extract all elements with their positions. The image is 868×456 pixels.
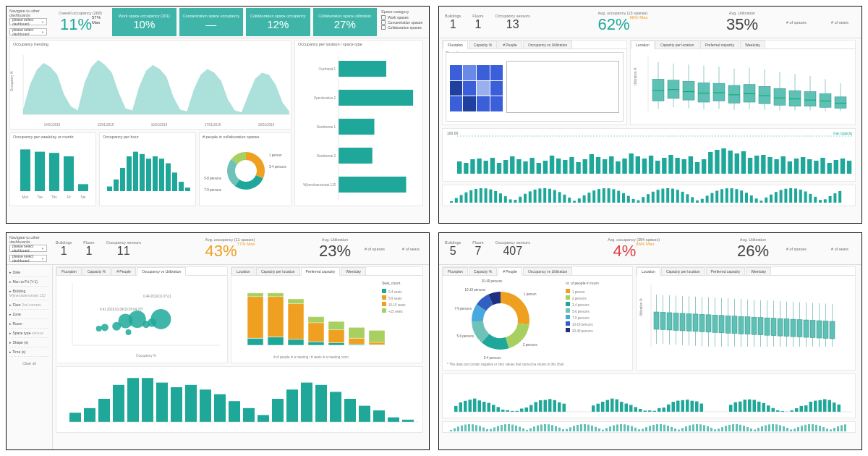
tab-occ-vs-util[interactable]: Occupancy vs Utilization — [523, 41, 572, 48]
filter-shape[interactable]: ▸ Shape (s) — [9, 340, 49, 347]
svg-rect-544 — [775, 424, 778, 431]
checkbox-icon[interactable] — [381, 25, 386, 30]
svg-text:7-9 persons: 7-9 persons — [204, 188, 222, 192]
dashboard-select[interactable]: please select dashboard — [9, 245, 47, 252]
filter-building[interactable]: ▸ Building Wijnerdwarsstraat 115 — [9, 289, 49, 300]
svg-rect-94 — [484, 161, 488, 174]
svg-rect-416 — [644, 410, 647, 412]
tab-cap-per-loc[interactable]: Capacity per location — [256, 267, 300, 275]
svg-rect-103 — [543, 161, 548, 174]
svg-rect-226 — [824, 199, 827, 203]
svg-rect-469 — [504, 424, 506, 431]
tab-floorplan[interactable]: Floorplan — [56, 267, 82, 275]
svg-rect-206 — [726, 188, 728, 203]
filter-date[interactable]: ▸ Date — [9, 270, 49, 277]
tab-weekday[interactable]: Weekday — [341, 267, 366, 275]
tab-weekday[interactable]: Weekday — [740, 41, 765, 48]
svg-rect-360 — [771, 318, 776, 336]
tab-weekday[interactable]: Weekday — [746, 267, 771, 275]
svg-rect-521 — [692, 424, 694, 431]
dashboard-panel-4: Buildings5 Floors7 Occupancy sensors407 … — [438, 232, 862, 450]
tab-floorplan[interactable]: Floorplan — [443, 267, 468, 275]
svg-rect-10 — [339, 90, 413, 106]
svg-rect-140 — [788, 161, 792, 174]
svg-rect-178 — [587, 193, 590, 203]
svg-rect-400 — [544, 400, 548, 412]
svg-rect-207 — [731, 188, 733, 203]
svg-rect-101 — [529, 158, 534, 174]
tab-occ-vs-util[interactable]: Occupancy vs Utilization — [523, 267, 572, 275]
tab-cap-per-loc[interactable]: Capacity per location — [655, 41, 699, 48]
filter-mon-fri[interactable]: ▸ Mon to Fri (Y-1) — [9, 279, 49, 287]
filter-room[interactable]: ▸ Room — [9, 321, 49, 329]
svg-rect-491 — [584, 424, 586, 431]
tab-location[interactable]: Location — [637, 267, 660, 276]
svg-text:10-19 persons: 10-19 persons — [572, 323, 594, 326]
tab-people[interactable]: # People — [111, 267, 136, 275]
tab-capacity[interactable]: Capacity % — [469, 41, 497, 48]
filter-space-type[interactable]: ▸ Space type various — [9, 331, 49, 338]
svg-rect-118 — [642, 159, 647, 174]
svg-rect-190 — [647, 194, 650, 203]
svg-rect-98 — [510, 156, 514, 174]
tab-occ-vs-util[interactable]: Occupancy vs Utilization — [137, 267, 186, 276]
checkbox-icon[interactable] — [381, 15, 386, 20]
tab-cap-per-loc[interactable]: Capacity per location — [661, 267, 705, 275]
svg-rect-210 — [745, 193, 748, 203]
svg-rect-487 — [569, 427, 571, 431]
tab-people[interactable]: # People — [498, 41, 522, 48]
checkbox-icon[interactable] — [381, 20, 386, 25]
dashboard-panel-3: Navigate to other dashboards please sele… — [6, 232, 430, 450]
tab-capacity[interactable]: Capacity % — [469, 267, 497, 275]
tab-pref-cap[interactable]: Preferred capacity — [706, 267, 746, 275]
svg-text:Sat: Sat — [81, 195, 87, 199]
chart-timeline-small — [442, 185, 856, 206]
panel2-header: Buildings1 Floors1 Occupancy sensors13 A… — [439, 7, 861, 38]
filter-zone[interactable]: ▸ Zone — [9, 312, 49, 319]
svg-rect-192 — [657, 190, 660, 203]
svg-rect-383 — [464, 401, 467, 412]
tab-pref-cap[interactable]: Preferred capacity — [700, 41, 740, 48]
dashboard-select[interactable]: please select dashboard — [9, 255, 47, 262]
svg-rect-499 — [613, 426, 615, 431]
tab-capacity[interactable]: Capacity % — [82, 267, 111, 275]
svg-rect-276 — [84, 408, 95, 422]
svg-rect-158 — [489, 190, 492, 203]
svg-rect-530 — [725, 426, 727, 431]
svg-text:Tue: Tue — [37, 195, 43, 199]
tab-floorplan[interactable]: Floorplan — [443, 41, 468, 49]
floorplan-image[interactable] — [446, 52, 624, 122]
svg-rect-462 — [479, 426, 481, 431]
kpi-avg-occupancy: Avg. occupancy (11 spaces)43%77% Max — [147, 233, 313, 264]
dashboard-select-1[interactable]: please select dashboard — [9, 18, 47, 25]
svg-text:16/01/2019: 16/01/2019 — [151, 123, 168, 127]
chart-occupancy-per-hour: Occupancy per hour — [99, 132, 196, 206]
svg-rect-450 — [828, 400, 832, 412]
kpi-avg-utilization: Avg. Utilization26% — [731, 233, 775, 264]
svg-rect-173 — [563, 195, 566, 203]
svg-rect-136 — [761, 155, 765, 174]
svg-rect-554 — [812, 424, 814, 431]
svg-rect-410 — [616, 400, 619, 412]
svg-rect-213 — [760, 200, 762, 203]
clear-all-button[interactable]: Clear all — [9, 361, 49, 366]
svg-rect-41 — [185, 187, 190, 191]
svg-rect-93 — [477, 159, 481, 174]
svg-rect-477 — [533, 426, 535, 431]
tab-people[interactable]: # People — [498, 267, 522, 276]
svg-rect-504 — [631, 426, 633, 431]
svg-rect-493 — [591, 426, 593, 431]
svg-rect-102 — [537, 163, 541, 174]
filter-time[interactable]: ▸ Time (s) — [9, 350, 49, 357]
svg-rect-174 — [568, 198, 571, 203]
svg-rect-72 — [774, 88, 786, 105]
svg-rect-159 — [494, 191, 497, 203]
filter-floor[interactable]: ▸ Floor 2nd corners — [9, 303, 49, 310]
dashboard-select-2[interactable]: please select dashboard — [9, 28, 47, 35]
tab-pref-cap[interactable]: Preferred capacity — [301, 267, 341, 276]
tab-location[interactable]: Location — [231, 267, 255, 275]
svg-text:1 person: 1 person — [572, 290, 585, 294]
chart-bubble-occ-util: Floorplan Capacity % # People Occupancy … — [56, 266, 228, 363]
tab-location[interactable]: Location — [631, 41, 655, 49]
svg-rect-260 — [349, 338, 365, 344]
